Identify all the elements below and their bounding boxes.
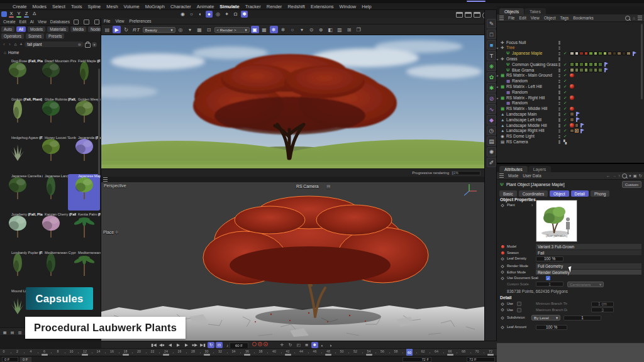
season-value[interactable]: Fall xyxy=(536,250,641,256)
section-tab-detail[interactable]: Detail xyxy=(571,190,589,197)
ab-menu-view[interactable]: View xyxy=(38,19,47,24)
material-swatch[interactable] xyxy=(575,123,579,128)
asset-item-japanese-maple[interactable]: Japanese Maple (Fall, ... xyxy=(68,174,100,211)
connector-icon[interactable]: Ω xyxy=(232,11,239,18)
generator-icon[interactable]: ✿ xyxy=(487,72,496,82)
filter-tab-models[interactable]: Models xyxy=(28,26,45,33)
menu-help[interactable]: Help xyxy=(362,4,371,9)
place-tool-hud[interactable]: Place ✛ xyxy=(103,230,119,235)
leaf-density-value[interactable]: 100 % xyxy=(536,256,564,261)
min-branch-use-checkbox[interactable] xyxy=(517,302,521,306)
visibility-dots-icon[interactable] xyxy=(558,124,560,127)
field-icon[interactable]: ❋ xyxy=(487,62,496,71)
ab-menu-edit[interactable]: Edit xyxy=(19,19,26,24)
crop-icon[interactable]: ⊡ xyxy=(205,26,213,33)
keyframe-dot[interactable] xyxy=(501,251,504,255)
soft-body-icon[interactable]: ◐ xyxy=(197,11,204,18)
object-row-rs-matrix-left-hill[interactable]: ▸▦RS Matrix - Left Hill✓ xyxy=(497,84,644,89)
ab-menu-create[interactable]: Create xyxy=(3,19,16,24)
asset-item-field-maple[interactable]: Field Maple (Fall, Plant) xyxy=(68,59,100,96)
menu-simulate[interactable]: Simulate xyxy=(219,4,239,9)
snapshot-compare-icon[interactable]: ❄ xyxy=(270,26,278,33)
range-end-field[interactable]: 72 F xyxy=(467,357,495,362)
material-swatch[interactable] xyxy=(579,62,584,67)
autokey-icon[interactable]: A xyxy=(258,342,262,346)
material-swatch[interactable] xyxy=(594,68,598,72)
search-options-chevron-icon[interactable]: ▾ xyxy=(92,42,97,47)
filter-chevron-icon[interactable]: ▾ xyxy=(629,173,631,178)
range-start-marker[interactable]: 0 F xyxy=(20,357,31,362)
record-icon[interactable] xyxy=(252,342,257,346)
expand-arrow-icon[interactable]: › xyxy=(531,203,533,207)
enabled-check-icon[interactable]: ✓ xyxy=(564,62,567,67)
material-swatch[interactable] xyxy=(594,62,598,67)
tab-layers[interactable]: Layers xyxy=(528,166,551,172)
menu-bookmarks[interactable]: Bookmarks xyxy=(573,16,594,20)
primitive-square-icon[interactable]: □ xyxy=(487,30,496,39)
visibility-dots-icon[interactable] xyxy=(558,102,560,105)
flag-tag-icon[interactable] xyxy=(604,62,606,67)
visibility-dots-icon[interactable] xyxy=(558,69,560,72)
section-tab-coordinates[interactable]: Coordinates xyxy=(519,190,548,197)
redshift-tag-icon[interactable] xyxy=(570,74,574,78)
object-row-random[interactable]: ▩Random✓ xyxy=(497,101,644,106)
menu-window[interactable]: Window xyxy=(340,4,357,9)
material-swatch[interactable] xyxy=(622,52,626,56)
aov-icon[interactable]: ◎ xyxy=(177,26,185,33)
flag-tag-icon[interactable] xyxy=(576,112,577,116)
live-selection-icon[interactable] xyxy=(1,11,7,17)
object-row-rs-camera[interactable]: ▤RS Camera▚ xyxy=(497,139,644,145)
plant-preview-image[interactable]: (Acer palmatum) xyxy=(536,200,577,242)
max-branch-use-checkbox[interactable] xyxy=(517,308,521,312)
filter-icon[interactable]: ❄ xyxy=(279,26,287,33)
subdivision-mode-dropdown[interactable]: By Level▾ xyxy=(531,315,560,321)
material-swatch[interactable] xyxy=(575,68,579,72)
redshift-tag-icon[interactable] xyxy=(570,107,574,111)
layout-icon-2[interactable] xyxy=(465,12,472,18)
use-document-scale-checkbox[interactable]: ✓ xyxy=(546,276,550,280)
visibility-dots-icon[interactable] xyxy=(558,90,560,94)
render-source-dropdown[interactable]: < Render >▾ xyxy=(214,27,250,33)
solo-off-icon[interactable]: ◐ xyxy=(319,342,326,348)
list-view-icon[interactable]: ▤ xyxy=(9,329,15,335)
flag-tag-icon[interactable] xyxy=(576,118,577,122)
snapshot-icon[interactable]: ▤ xyxy=(103,26,111,33)
home-icon[interactable]: ⌂ xyxy=(13,42,18,47)
history-forward-icon[interactable]: → xyxy=(612,173,616,178)
layout-icon-3[interactable] xyxy=(474,12,480,18)
menu-file[interactable]: File xyxy=(508,16,514,20)
solo-on-icon[interactable]: ◑ xyxy=(327,342,334,348)
object-row-landscape-right-hill[interactable]: ▲Landscape Right Hill✓✕ xyxy=(497,128,644,134)
filter-tab-auto[interactable]: Auto xyxy=(1,26,14,33)
filter-icon[interactable] xyxy=(638,16,642,20)
axis-lock-z[interactable]: Z xyxy=(23,11,30,16)
object-row-common-quaking-grass[interactable]: ΨCommon Quaking Grass✓ xyxy=(497,62,644,67)
menu-object[interactable]: Object xyxy=(544,16,556,20)
keyframe-selection-icon[interactable]: ● xyxy=(264,342,268,346)
record-rotation-icon[interactable]: ↻ xyxy=(287,342,294,348)
ab-menu-databases[interactable]: Databases xyxy=(50,19,70,24)
expand-icon[interactable]: ▸ xyxy=(497,57,499,61)
visibility-dots-icon[interactable] xyxy=(558,107,560,111)
asset-browser-scrollbar[interactable] xyxy=(98,69,100,175)
asset-item-kanzan-cherry[interactable]: Kanzan Cherry (Fall, Pl... xyxy=(35,212,67,249)
filter-tab-all[interactable]: All xyxy=(16,26,26,33)
material-swatch[interactable] xyxy=(594,52,598,56)
range-start-field[interactable]: 0 F xyxy=(2,357,18,362)
cube-primitive-icon[interactable]: ■ xyxy=(487,40,496,50)
range-end-marker[interactable]: 72 F xyxy=(402,357,431,362)
visibility-dots-icon[interactable] xyxy=(558,57,560,60)
axis-lock-y[interactable]: Y xyxy=(16,11,22,16)
search-icon[interactable] xyxy=(625,16,630,21)
previous-key-icon[interactable]: ◀● xyxy=(158,342,165,348)
tab-takes[interactable]: Takes xyxy=(525,8,546,14)
section-tab-object[interactable]: Object xyxy=(550,190,569,197)
expand-icon[interactable]: ▸ xyxy=(497,85,499,89)
keyframe-dot[interactable] xyxy=(501,270,504,274)
enabled-check-icon[interactable]: ✓ xyxy=(564,128,567,133)
object-row-rs-matrix-middle-hill[interactable]: ▦RS Matrix - Middle Hill✓ xyxy=(497,106,644,112)
visibility-dots-icon[interactable] xyxy=(558,118,560,121)
cloth-icon[interactable]: ● xyxy=(206,11,213,18)
search-icon[interactable] xyxy=(622,173,627,178)
to-picture-viewer-icon[interactable]: ⊞ xyxy=(345,26,353,33)
